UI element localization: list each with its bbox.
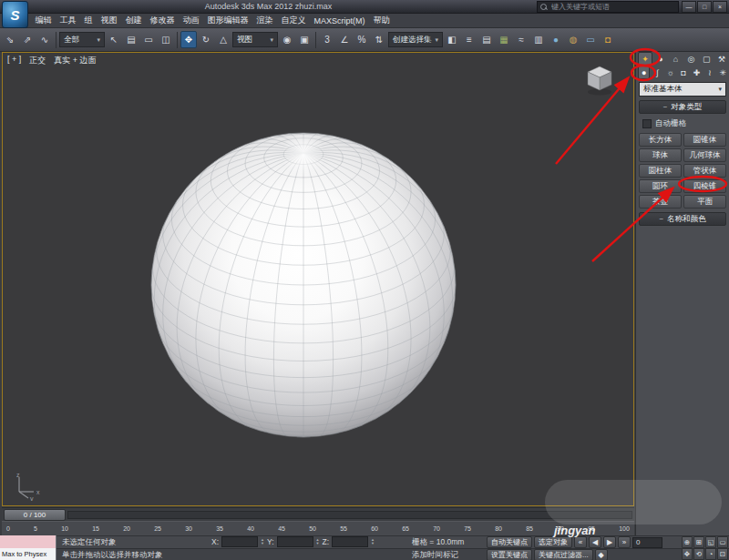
menu-item-tools[interactable]: 工具 [56,13,80,28]
hierarchy-tab[interactable]: ⌂ [669,52,683,66]
menu-item-edit[interactable]: 编辑 [31,13,56,28]
named-selection-sets-dropdown[interactable]: 创建选择集▾ [388,32,443,47]
window-crossing-icon[interactable]: ◫ [158,31,174,48]
select-and-move-icon[interactable]: ✥ [180,31,197,48]
box-button[interactable]: 长方体 [639,133,682,147]
menu-item-modifiers[interactable]: 修改器 [146,13,179,28]
select-and-link-icon[interactable]: ⇘ [2,31,18,48]
set-keys-icon[interactable]: ◆ [595,549,608,560]
maxscript-mini-listener[interactable]: Max to Physex [0,548,56,560]
unlink-selection-icon[interactable]: ⇗ [19,31,36,48]
menu-item-animation[interactable]: 动画 [179,13,203,28]
x-field[interactable] [221,536,258,547]
object-type-rollout[interactable]: − 对象类型 [639,100,726,114]
select-object-icon[interactable]: ↖ [106,31,122,48]
field-of-view-icon[interactable]: ◔ [705,548,716,560]
selection-filter-dropdown[interactable]: 全部▾ [59,32,105,47]
display-tab[interactable]: ▢ [699,52,714,66]
infocenter-search[interactable] [537,1,679,13]
space-warps-category-icon[interactable]: ≀ [703,66,715,79]
search-input[interactable] [549,2,675,12]
menu-item-help[interactable]: 帮助 [369,13,394,28]
cone-button[interactable]: 圆锥体 [683,133,726,147]
pyramid-button[interactable]: 四棱锥 [683,179,726,193]
mirror-icon[interactable]: ◧ [444,31,460,48]
play-animation-icon[interactable]: ▶ [603,536,616,548]
autogrid-checkbox[interactable] [642,119,652,128]
menu-item-create[interactable]: 创建 [121,13,146,28]
teapot-button[interactable]: 茶壶 [639,195,682,209]
systems-category-icon[interactable]: ✳ [717,66,729,79]
menu-item-customize[interactable]: 自定义 [277,13,310,28]
menu-item-rendering[interactable]: 渲染 [252,13,277,28]
cylinder-button[interactable]: 圆柱体 [639,164,682,178]
render-setup-icon[interactable]: ◍ [565,31,581,48]
maximize-viewport-icon[interactable]: ⊡ [717,548,728,560]
cameras-category-icon[interactable]: ◘ [677,66,689,79]
name-color-rollout[interactable]: − 名称和颜色 [639,212,726,226]
plane-button[interactable]: 平面 [683,195,726,209]
use-pivot-center-icon[interactable]: ◉ [279,31,295,48]
zoom-icon[interactable]: ⊕ [682,536,693,548]
reference-coordinate-dropdown[interactable]: 视图▾ [232,32,278,47]
minimize-button[interactable]: — [682,1,696,13]
timeline-ruler[interactable]: 0510152025303540455055606570758085909510… [2,521,634,535]
select-and-manipulate-icon[interactable]: ▣ [296,31,313,48]
viewport-orthographic[interactable]: [ + ] 正交 真实 + 边面 [2,52,634,506]
rectangular-selection-region-icon[interactable]: ▭ [140,31,157,48]
render-production-icon[interactable]: ◘ [600,31,616,48]
snaps-toggle-icon[interactable]: 3 [319,31,335,48]
x-spinner[interactable]: ▲▼ [261,538,264,545]
utilities-tab[interactable]: ⚒ [714,52,729,66]
go-to-start-icon[interactable]: « [574,536,587,548]
orbit-icon[interactable]: ⟲ [693,548,704,560]
add-time-tag[interactable]: 添加时间标记 [412,550,458,560]
maxscript-macro-recorder[interactable] [0,535,56,548]
key-filters-button[interactable]: 关键点过滤器... [534,549,593,560]
z-spinner[interactable]: ▲▼ [371,538,375,545]
menu-item-views[interactable]: 视图 [97,13,121,28]
shapes-category-icon[interactable]: ∫ [651,66,662,79]
menu-item-group[interactable]: 组 [80,13,97,28]
subcategory-dropdown[interactable]: 标准基本体 ▾ [639,82,726,97]
material-editor-icon[interactable]: ● [548,31,564,48]
auto-key-button[interactable]: 自动关键点 [487,536,532,548]
percent-snap-icon[interactable]: % [354,31,370,48]
modify-tab[interactable]: ◕ [653,52,668,66]
y-field[interactable] [277,536,313,547]
layer-manager-icon[interactable]: ▤ [478,31,495,48]
geosphere-button[interactable]: 几何球体 [683,148,726,162]
geometry-category-icon[interactable]: ● [638,66,650,79]
time-slider-track[interactable] [67,511,632,519]
graphite-ribbon-icon[interactable]: ▦ [496,31,512,48]
pan-icon[interactable]: ✥ [682,548,693,560]
viewport-shading-label[interactable]: 真实 + 边面 [54,55,96,66]
select-and-scale-icon[interactable]: △ [215,31,231,48]
motion-tab[interactable]: ◎ [683,52,698,66]
curve-editor-icon[interactable]: ≈ [513,31,529,48]
rendered-frame-icon[interactable]: ▭ [582,31,599,48]
torus-button[interactable]: 圆环 [639,179,682,193]
menu-item-maxscript[interactable]: MAXScript(M) [310,15,369,27]
selected-objects-dropdown[interactable]: 选定对象 [534,536,572,548]
zoom-extents-icon[interactable]: ◱ [705,536,716,548]
z-field[interactable] [332,536,368,547]
app-logo[interactable]: S [2,1,28,28]
helpers-category-icon[interactable]: ✚ [691,66,703,79]
align-icon[interactable]: ≡ [461,31,477,48]
angle-snap-icon[interactable]: ∠ [336,31,353,48]
zoom-all-icon[interactable]: ⊞ [693,536,704,548]
tube-button[interactable]: 管状体 [683,164,726,178]
dope-sheet-icon[interactable]: ▥ [530,31,547,48]
spinner-snap-icon[interactable]: ⇅ [371,31,387,48]
create-tab[interactable]: ✦ [638,52,652,66]
go-to-end-icon[interactable]: » [618,536,631,548]
select-and-rotate-icon[interactable]: ↻ [198,31,214,48]
set-key-button[interactable]: 设置关键点 [487,549,532,560]
close-button[interactable]: × [713,1,727,13]
viewcube[interactable] [582,62,619,98]
bind-to-space-warp-icon[interactable]: ∿ [36,31,53,48]
maximize-button[interactable]: □ [697,1,712,13]
y-spinner[interactable]: ▲▼ [316,538,320,545]
viewport-general-menu[interactable]: [ + ] [7,55,21,66]
